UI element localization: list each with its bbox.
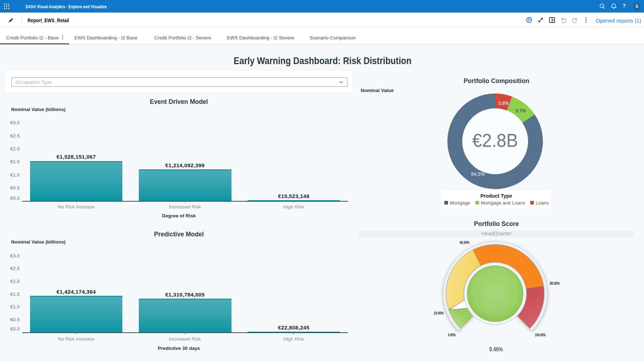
svg-text:€2.8B: €2.8B: [472, 130, 518, 151]
svg-text:0.00%: 0.00%: [448, 333, 456, 337]
svg-text:9.7%: 9.7%: [516, 107, 526, 114]
svg-text:40.00%: 40.00%: [460, 241, 470, 245]
svg-text:10.00%: 10.00%: [434, 311, 444, 315]
svg-text:80.00%: 80.00%: [550, 281, 560, 285]
svg-text:9.46%: 9.46%: [489, 346, 503, 352]
svg-text:Report_EWS_Retail: Report_EWS_Retail: [28, 18, 69, 23]
svg-text:SAS® Visual Analytics - Explor: SAS® Visual Analytics - Explore and Visu…: [25, 4, 107, 9]
svg-text:5.8%: 5.8%: [499, 100, 509, 106]
svg-text:84.5%: 84.5%: [471, 171, 485, 177]
svg-text:100.00%: 100.00%: [535, 333, 546, 337]
